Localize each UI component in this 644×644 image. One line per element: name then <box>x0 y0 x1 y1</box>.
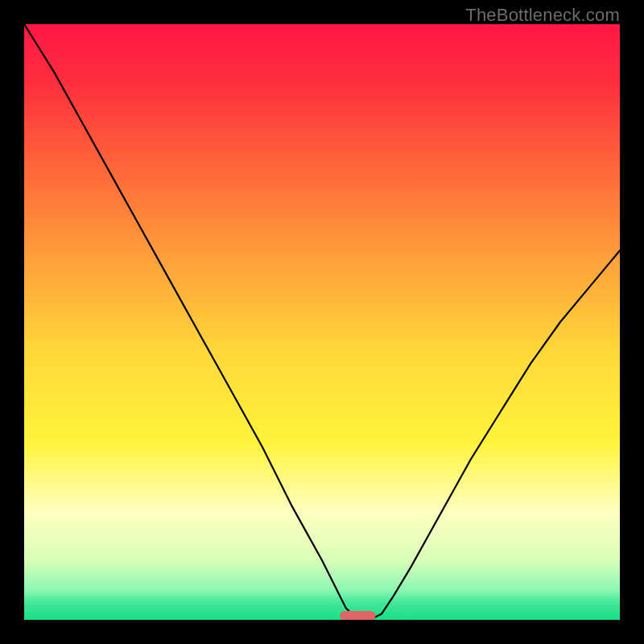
gradient-background <box>24 24 620 620</box>
chart-svg <box>24 24 620 620</box>
watermark-text: TheBottleneck.com <box>465 5 620 26</box>
optimal-marker <box>340 611 375 620</box>
bottleneck-chart <box>24 24 620 620</box>
